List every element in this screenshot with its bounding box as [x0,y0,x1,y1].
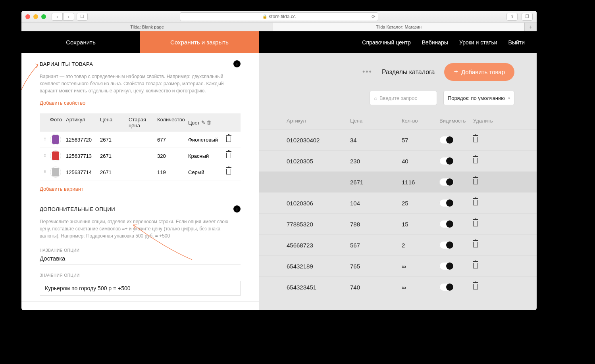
nav-logout[interactable]: Выйти [508,39,525,46]
product-row[interactable]: 01020305 230 40 [259,150,537,171]
delete-product-icon[interactable] [473,221,497,228]
nav-webinars[interactable]: Вебинары [422,39,448,46]
traffic-lights [25,14,46,19]
delete-product-icon[interactable] [473,242,497,249]
drag-handle-icon[interactable]: ⠿ [44,171,50,173]
variants-section-title: ВАРИАНТЫ ТОВАРА [40,61,93,67]
product-qty: 2 [402,242,439,249]
delete-variant-icon[interactable] [224,169,233,176]
drag-handle-icon[interactable]: ⠿ [44,138,50,141]
variant-color: Фиолетовый [188,137,224,143]
variant-sku: 125637713 [66,153,100,159]
share-button[interactable]: ⇪ [506,13,518,21]
option-name-input[interactable] [40,253,241,264]
variant-thumb[interactable] [50,150,61,161]
delete-variant-icon[interactable] [224,136,233,143]
nav-help-center[interactable]: Справочный центр [362,39,410,46]
nav-buttons: ‹ › [52,13,74,21]
options-section-title: ДОПОЛНИТЕЛЬНЫЕ ОПЦИИ [40,206,115,212]
address-bar[interactable]: 🔒 store.tilda.cc ⟳ [180,12,378,21]
variant-thumb[interactable] [50,167,61,178]
minimize-window-icon[interactable] [33,14,38,19]
variants-section-desc: Вариант — это товар с определенным набор… [40,73,241,94]
product-row[interactable]: 65432189 765 ∞ [259,255,537,276]
save-button[interactable]: Сохранить [21,31,140,53]
visibility-toggle[interactable] [439,178,454,186]
variant-sku: 125637720 [66,137,100,143]
save-and-close-button[interactable]: Сохранить и закрыть [140,31,259,53]
delete-variant-icon[interactable] [224,153,233,159]
variant-row[interactable]: ⠿ 125637720 2671 677 Фиолетовый [40,132,241,148]
maximize-window-icon[interactable] [41,14,46,19]
product-row[interactable]: 45668723 567 2 [259,234,537,255]
visibility-toggle[interactable] [439,283,454,291]
product-sku: 45668723 [287,242,350,249]
add-product-button[interactable]: + Добавить товар [444,63,514,81]
delete-product-icon[interactable] [473,179,497,186]
search-placeholder: Введите запрос [379,95,417,101]
product-row[interactable]: 01020306 104 25 [259,192,537,213]
visibility-toggle[interactable] [439,241,454,249]
product-row[interactable]: 2671 1116 [259,171,537,192]
search-input[interactable]: ⌕ Введите запрос [370,91,437,105]
browser-tab-2[interactable]: Tilda Каталог: Магазин [273,23,525,31]
delete-product-icon[interactable] [473,158,497,165]
browser-tab-1[interactable]: Tilda: Blank page [21,23,273,31]
top-nav: Справочный центр Вебинары Уроки и статьи… [259,31,537,53]
product-row[interactable]: 0102030402 34 57 [259,129,537,150]
col-price: Цена [100,117,129,128]
add-property-link[interactable]: Добавить свойство [40,100,85,106]
product-sku: 65432189 [287,263,350,270]
product-table-header: Артикул Цена Кол-во Видимость Удалить [259,114,537,129]
variant-row[interactable]: ⠿ 125637714 2671 119 Серый [40,164,241,180]
drag-handle-icon[interactable]: ⠿ [44,155,50,157]
editor-panel: Сохранить Сохранить и закрыть ВАРИАНТЫ Т… [21,31,259,310]
product-qty: 1116 [402,179,439,186]
col-qty: Количество [157,117,188,128]
sidebar-toggle-button[interactable]: ☐ [77,13,88,21]
product-row[interactable]: 77885320 788 15 [259,213,537,234]
option-name-label: НАЗВАНИЕ ОПЦИИ [40,248,241,253]
variant-thumb[interactable] [50,134,61,145]
visibility-toggle[interactable] [439,199,454,207]
delete-product-icon[interactable] [473,137,497,144]
add-variant-link[interactable]: Добавить вариант [40,186,83,192]
visibility-toggle[interactable] [439,220,454,228]
app-window: ‹ › ☐ 🔒 store.tilda.cc ⟳ ⇪ ❐ Tilda: Blan… [21,11,537,310]
variant-price: 2671 [100,169,129,175]
reload-icon[interactable]: ⟳ [372,14,375,19]
collapse-icon[interactable]: ↓ [233,205,241,213]
product-sku: 01020306 [287,200,350,207]
product-price: 104 [350,200,402,207]
product-qty: 40 [402,158,439,165]
visibility-toggle[interactable] [439,157,454,165]
visibility-toggle[interactable] [439,262,454,270]
variant-price: 2671 [100,137,129,143]
more-menu-icon[interactable]: ••• [362,68,372,76]
catalog-sections-link[interactable]: Разделы каталога [382,69,435,76]
plus-icon: + [454,68,458,76]
close-window-icon[interactable] [25,14,30,19]
back-button[interactable]: ‹ [52,13,63,21]
url-text: store.tilda.cc [269,14,295,19]
variant-row[interactable]: ⠿ 125637713 2671 320 Красный [40,148,241,164]
delete-product-icon[interactable] [473,200,497,207]
delete-product-icon[interactable] [473,263,497,270]
delete-column-icon[interactable]: 🗑 [207,120,212,125]
forward-button[interactable]: › [63,13,74,21]
delete-product-icon[interactable] [473,284,497,291]
product-qty: ∞ [402,284,439,291]
nav-lessons[interactable]: Уроки и статьи [459,39,497,46]
tabs-button[interactable]: ❐ [522,13,533,21]
collapse-icon[interactable]: ↓ [233,60,241,67]
variants-table: Фото Артикул Цена Старая цена Количество… [40,113,241,180]
product-price: 788 [350,221,402,228]
new-tab-button[interactable]: + [525,23,537,31]
product-row[interactable]: 654323451 740 ∞ [259,276,537,297]
lock-icon: 🔒 [262,14,267,19]
order-select[interactable]: Порядок: по умолчанию ▾ [443,91,514,105]
visibility-toggle[interactable] [439,136,454,144]
option-values-input[interactable] [40,281,241,296]
edit-column-icon[interactable]: ✎ [201,120,205,125]
browser-titlebar: ‹ › ☐ 🔒 store.tilda.cc ⟳ ⇪ ❐ [21,11,537,23]
